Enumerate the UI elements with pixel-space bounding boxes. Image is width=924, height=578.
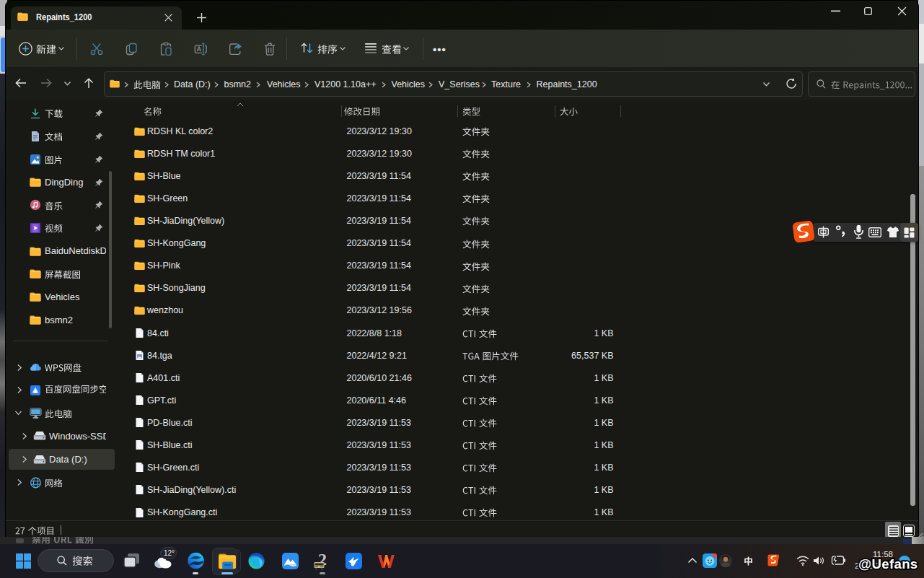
svg-text:@Uefans: @Uefans [858,556,918,572]
